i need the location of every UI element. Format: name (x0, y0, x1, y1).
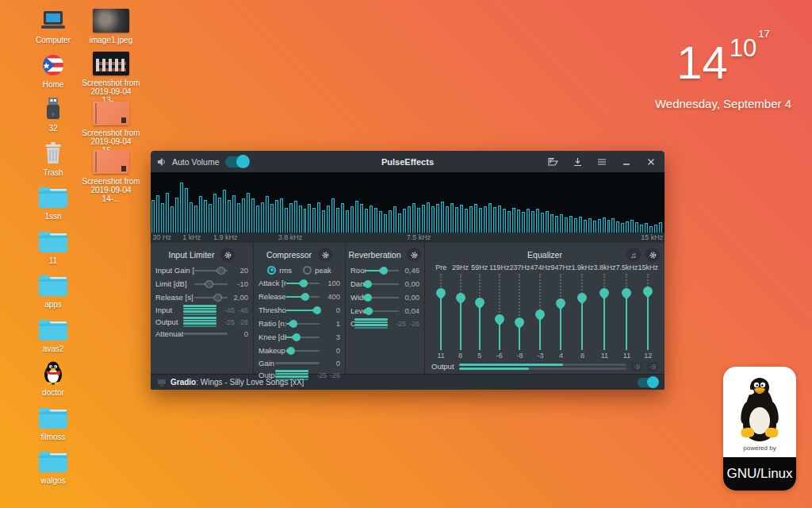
limiter-1-slider[interactable] (194, 280, 228, 288)
desktop-icon-filmoss[interactable]: filmoss (30, 405, 76, 441)
desktop-icon-label: 32 (30, 124, 76, 133)
titlebar[interactable]: Auto Volume PulseEffects (151, 151, 665, 172)
equalizer-presets-music-note-icon[interactable]: ♫ (626, 248, 641, 262)
desktop-icon-screenshot-from-2019-09-04-14[interactable]: Screenshot from 2019-09-04 14-... (81, 149, 141, 203)
desktop-icon-walgos[interactable]: walgos (30, 448, 76, 485)
menu-icon[interactable] (595, 155, 609, 169)
spectrum-bar (465, 209, 468, 233)
compressor-3-slider[interactable] (286, 320, 320, 328)
auto-volume-toggle[interactable] (225, 156, 249, 167)
limiter-attenuation-row: Attenuation0 (155, 328, 248, 340)
desktop-icon-label: 1ssn (30, 212, 76, 221)
desktop-icon-11[interactable]: 11 (30, 229, 76, 265)
powered-by-label: powered by (723, 444, 796, 452)
spectrum-bar (555, 216, 558, 233)
eq-band-slider[interactable] (436, 274, 446, 350)
spectrum-bar (649, 226, 653, 233)
desktop-icon-32[interactable]: 32 (30, 96, 76, 133)
spectrum-bar (350, 206, 354, 233)
eq-band-slider[interactable] (556, 274, 565, 350)
frequency-tick-label: 30 Hz (153, 233, 172, 241)
spectrum-bar (474, 204, 477, 233)
spectrum-bar (403, 209, 406, 233)
eq-band-slider[interactable] (475, 274, 485, 350)
eq-band-value: 8 (458, 350, 462, 360)
desktop-icon-screenshot-from-2019-09-04-13[interactable]: Screenshot from 2019-09-04 13-... (81, 51, 141, 105)
spectrum-bar (469, 206, 473, 233)
spectrum-bar (630, 220, 634, 233)
limiter-2-slider[interactable] (194, 294, 228, 302)
spectrum-bar (550, 214, 553, 233)
compressor-4-slider[interactable] (286, 333, 320, 341)
spectrum-bar (417, 208, 420, 233)
eq-band-label: 7.5kHz (615, 264, 638, 274)
reverb-1-slider[interactable] (366, 280, 399, 288)
frequency-tick-label: 1 kHz (182, 233, 201, 241)
spectrum-bar (266, 196, 269, 233)
spectrum-bar (574, 218, 577, 233)
screenshot-orange-thumbnail (81, 149, 141, 175)
close-icon[interactable] (644, 155, 658, 169)
equalizer-output-meter (459, 364, 626, 370)
desktop-icon-screenshot-from-2019-09-04-16[interactable]: Screenshot from 2019-09-04 16-... (81, 101, 141, 155)
spectrum-bar (161, 203, 164, 233)
input-limiter-settings-gear-icon[interactable] (220, 248, 235, 262)
spectrum-bar (408, 206, 411, 233)
minimize-icon[interactable] (619, 155, 634, 169)
tux-icon (723, 367, 796, 443)
compressor-2-slider[interactable] (286, 306, 320, 314)
desktop-icon-computer[interactable]: Computer (30, 8, 76, 44)
compressor-0-slider[interactable] (286, 279, 320, 287)
reverb-2-slider[interactable] (366, 294, 399, 302)
compressor-0-row: Attack [ms]100 (259, 276, 340, 290)
eq-band-slider[interactable] (456, 274, 465, 350)
reverb-0-slider[interactable] (366, 267, 399, 275)
eq-band-slider[interactable] (577, 274, 587, 350)
eq-band-slider[interactable] (599, 274, 609, 350)
spectrum-bar (166, 193, 169, 233)
limiter-1-row: Limit [dB]-10 (155, 277, 248, 291)
spectrum-bar (588, 218, 592, 233)
eq-band-slider[interactable] (622, 274, 631, 350)
desktop-icon-image1-jpeg[interactable]: image1.jpeg (81, 8, 141, 44)
desktop-icon-1ssn[interactable]: 1ssn (30, 184, 76, 221)
desktop-icon-label: Home (30, 80, 76, 89)
eq-band-label: 947Hz (550, 264, 571, 274)
presets-open-icon[interactable] (546, 155, 560, 169)
save-icon[interactable] (570, 155, 584, 169)
rms-radio[interactable]: rms (267, 266, 292, 275)
compressor-settings-gear-icon[interactable] (318, 248, 332, 262)
spectrum-bar (331, 198, 335, 233)
spectrum-bar (431, 206, 435, 233)
eq-band-slider[interactable] (515, 274, 524, 350)
desktop-icon-trash[interactable]: Trash (30, 140, 76, 177)
reverb-2-value: 0,00 (399, 293, 419, 302)
peak-radio[interactable]: peak (303, 266, 331, 275)
desktop-icon-home[interactable]: Home (30, 52, 76, 89)
desktop-icon-apps[interactable]: apps (30, 272, 76, 309)
limiter-0-slider[interactable] (194, 267, 228, 275)
compressor-1-slider[interactable] (286, 293, 320, 301)
spectrum-bar (560, 214, 563, 233)
spectrum-bar (584, 220, 587, 233)
eq-band-slider[interactable] (535, 274, 545, 350)
limiter-output-meter-row: Output-25-26 (155, 316, 248, 328)
reverb-1-value: 0,00 (399, 279, 419, 288)
eq-band-value: 11 (623, 350, 630, 360)
folder-icon (30, 184, 76, 210)
eq-band-slider[interactable] (643, 274, 653, 350)
reverberation-settings-gear-icon[interactable] (407, 248, 421, 262)
app-stream-toggle[interactable] (638, 378, 658, 387)
reverb-3-slider[interactable] (366, 307, 399, 315)
desktop-icon-avas2[interactable]: avas2 (30, 317, 76, 353)
eq-band-slider[interactable] (495, 274, 504, 350)
limiter-1-value: -10 (228, 279, 248, 288)
desktop-icon-label: avas2 (30, 344, 76, 353)
compressor-gain-reduction-label: Gain Reduction (259, 359, 275, 368)
eq-band-value: 11 (601, 350, 608, 360)
compressor-5-slider[interactable] (286, 347, 320, 355)
equalizer-settings-gear-icon[interactable] (645, 248, 660, 262)
spectrum-bar (370, 206, 373, 233)
compressor-3-row: Ratio [n:1]1 (259, 317, 340, 330)
desktop-icon-doctor[interactable]: doctor (30, 360, 76, 397)
